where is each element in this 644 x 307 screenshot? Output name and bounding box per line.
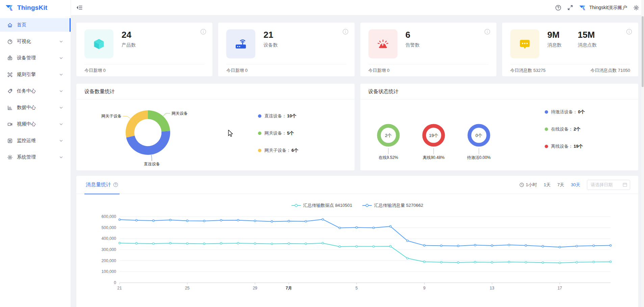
calendar-icon [622, 182, 627, 187]
sidebar-item-label: 可视化 [17, 38, 31, 45]
svg-text:500,000: 500,000 [102, 225, 117, 230]
stat-label: 消息点数 [578, 42, 597, 48]
settings-gear-icon[interactable] [633, 5, 639, 11]
range-7天[interactable]: 7天 [557, 182, 564, 188]
legend-dot [545, 110, 548, 114]
brand-logo: ThingsKit [0, 0, 71, 16]
card-divider [368, 64, 488, 64]
chevron-down-icon [59, 155, 63, 159]
stat-label: 产品数 [122, 42, 136, 48]
range-30天[interactable]: 30天 [571, 182, 580, 188]
sidebar-item-rule[interactable]: 规则引擎 [0, 68, 71, 81]
sidebar-item-label: 系统管理 [17, 154, 36, 160]
card-footer-item: 今日新增 0 [368, 67, 390, 74]
rule-icon [7, 72, 13, 78]
sidebar-item-home[interactable]: 首页 [0, 18, 71, 32]
gear-icon [7, 155, 13, 160]
card-footer: 今日消息数 53275今日消息点数 71050 [510, 67, 630, 74]
line-chart-legend: 汇总传输数据点 8410501 汇总传输消息量 5270662 [76, 194, 638, 213]
svg-text:300,000: 300,000 [102, 247, 117, 252]
sidebar-collapse-icon[interactable] [76, 4, 83, 11]
legend-dot [545, 145, 548, 148]
range-1天[interactable]: 1天 [544, 182, 550, 188]
card-footer-item: 今日新增 0 [84, 67, 106, 74]
stat-card-router: 21 设备数今日新增 0 [218, 23, 354, 76]
sidebar-item-label: 数据中心 [17, 105, 36, 111]
ring-label: 离线90.48% [422, 155, 444, 160]
pie-slice-label: 网关设备 [172, 111, 188, 116]
account-menu[interactable]: Thingskit演示账户 [579, 4, 627, 11]
device-count-donut: 网关设备直连设备网关子设备 [90, 102, 211, 170]
svg-text:13: 13 [490, 286, 494, 290]
legend-label: 直连设备： [264, 113, 286, 119]
info-icon[interactable] [484, 29, 490, 35]
svg-text:0: 0 [114, 280, 116, 285]
legend-value: 5个 [287, 130, 294, 136]
middle-panels-row: 设备数量统计 网关设备直连设备网关子设备直连设备：10个网关设备：5个网关子设备… [76, 84, 638, 170]
help-icon[interactable] [555, 5, 561, 11]
chevron-down-icon [59, 39, 63, 44]
legend-item: 直连设备：10个 [258, 113, 298, 119]
svg-text:5: 5 [356, 286, 358, 290]
info-icon[interactable] [200, 29, 206, 35]
sidebar-item-label: 设备管理 [17, 55, 36, 61]
device-status-rings: 2个在线9.52%19个离线90.48%0个待激活0.00% [360, 106, 519, 165]
sidebar-item-data[interactable]: 数据中心 [0, 101, 71, 114]
stat-cards-row: 24 产品数今日新增 0 21 设备数今日新增 0 6 告警数今日新增 0 9M… [76, 23, 638, 76]
sidebar-item-gauge[interactable]: 可视化 [0, 35, 71, 48]
chart-legend: 待激活设备：0个在线设备：2个离线设备：19个 [545, 109, 585, 149]
svg-text:29: 29 [253, 286, 257, 290]
stat-metric: 24 产品数 [122, 30, 136, 48]
line-chart: 0100,000200,000300,000400,000500,000600,… [76, 213, 638, 296]
svg-text:17: 17 [558, 286, 562, 290]
range-label: 30天 [571, 182, 580, 188]
legend-value: 0个 [578, 109, 585, 115]
pie-label-line [123, 116, 130, 118]
info-icon[interactable] [626, 29, 632, 35]
sidebar-item-label: 视频中心 [17, 121, 36, 127]
card-divider [226, 64, 346, 64]
sidebar-item-monitor[interactable]: 监控运维 [0, 134, 71, 147]
message-icon [510, 29, 539, 58]
legend-label: 在线设备： [551, 126, 573, 132]
stat-value: 9M [547, 30, 562, 39]
chevron-down-icon [59, 122, 63, 126]
ring-count: 0个 [475, 133, 482, 138]
legend-dot [258, 149, 261, 152]
stat-metric: 9M 消息数 [547, 30, 562, 48]
sidebar-item-device[interactable]: 设备管理 [0, 51, 71, 65]
fullscreen-icon[interactable] [567, 5, 573, 10]
range-1小时[interactable]: 1小时 [519, 182, 537, 188]
tab-message-volume[interactable]: 消息量统计 [84, 176, 120, 194]
clock-icon [519, 183, 524, 187]
svg-text:400,000: 400,000 [102, 236, 117, 241]
data-icon [7, 105, 13, 111]
sidebar-item-task[interactable]: 任务中心 [0, 84, 71, 98]
home-icon [7, 22, 13, 28]
pie-slice [126, 110, 148, 138]
sidebar-item-gear[interactable]: 系统管理 [0, 150, 71, 164]
chart-legend: 直连设备：10个网关设备：5个网关子设备：6个 [258, 113, 298, 154]
card-divider [84, 64, 204, 64]
ring-count: 2个 [385, 133, 391, 138]
sidebar: ThingsKit 首页可视化设备管理规则引擎任务中心数据中心视频中心监控运维系… [0, 0, 71, 307]
line-legend-label: 汇总传输数据点 8410501 [303, 202, 352, 208]
line-legend-item[interactable]: 汇总传输数据点 8410501 [291, 202, 352, 208]
legend-item: 待激活设备：0个 [545, 109, 585, 115]
line-legend-item[interactable]: 汇总传输消息量 5270662 [362, 202, 423, 208]
legend-label: 网关子设备： [264, 147, 291, 154]
chevron-down-icon [59, 56, 63, 60]
sidebar-item-label: 首页 [17, 22, 26, 28]
legend-value: 6个 [291, 147, 298, 154]
question-circle-icon[interactable] [113, 182, 118, 187]
info-icon[interactable] [342, 29, 349, 35]
legend-item: 在线设备：2个 [545, 126, 585, 132]
legend-dot [258, 132, 261, 135]
page-scrollbar [641, 0, 644, 307]
sidebar-item-video[interactable]: 视频中心 [0, 117, 71, 131]
scrollbar-thumb[interactable] [642, 16, 644, 87]
stat-label: 设备数 [263, 42, 278, 48]
date-picker [587, 180, 630, 190]
account-avatar [579, 4, 587, 11]
svg-text:600,000: 600,000 [102, 214, 117, 219]
